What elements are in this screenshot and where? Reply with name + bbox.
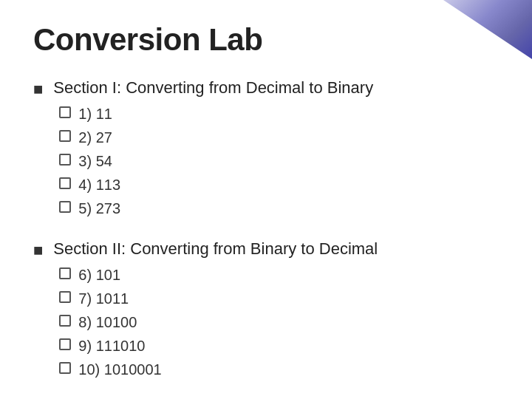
list-item: 8) 10100 (59, 312, 499, 332)
section-1-content: Section I: Converting from Decimal to Bi… (53, 78, 499, 222)
checkbox-icon (59, 362, 71, 374)
item-text: 1) 11 (78, 103, 112, 124)
section-1-block: ■ Section I: Converting from Decimal to … (33, 78, 499, 222)
checkbox-icon (59, 177, 71, 189)
item-text: 10) 1010001 (78, 359, 161, 380)
list-item: 2) 27 (59, 127, 499, 148)
item-text: 7) 1011 (78, 288, 129, 309)
item-text: 2) 27 (78, 127, 112, 148)
section-2-heading: Section II: Converting from Binary to De… (53, 239, 499, 259)
section-2-list: 6) 101 7) 1011 8) 10100 9) 111010 10) 10… (59, 265, 499, 380)
item-text: 9) 111010 (78, 335, 145, 356)
item-text: 3) 54 (78, 151, 112, 171)
section-1-heading: Section I: Converting from Decimal to Bi… (53, 78, 499, 98)
list-item: 9) 111010 (59, 335, 499, 356)
checkbox-icon (59, 130, 71, 142)
checkbox-icon (59, 267, 71, 279)
bullet-1: ■ (33, 80, 43, 99)
list-item: 1) 11 (59, 103, 499, 124)
list-item: 10) 1010001 (59, 359, 499, 380)
checkbox-icon (59, 315, 71, 327)
checkbox-icon (59, 201, 71, 213)
checkbox-icon (59, 154, 71, 166)
item-text: 8) 10100 (78, 312, 137, 332)
section-2-block: ■ Section II: Converting from Binary to … (33, 239, 499, 383)
page-title: Conversion Lab (33, 22, 499, 58)
checkbox-icon (59, 291, 71, 303)
list-item: 5) 273 (59, 198, 499, 219)
checkbox-icon (59, 338, 71, 350)
item-text: 5) 273 (78, 198, 120, 219)
checkbox-icon (59, 106, 71, 118)
section-1-list: 1) 11 2) 27 3) 54 4) 113 5) 273 (59, 103, 499, 219)
section-2-content: Section II: Converting from Binary to De… (53, 239, 499, 383)
item-text: 4) 113 (78, 174, 120, 195)
bullet-2: ■ (33, 241, 43, 260)
list-item: 6) 101 (59, 265, 499, 285)
page-content: Conversion Lab ■ Section I: Converting f… (0, 0, 532, 399)
list-item: 3) 54 (59, 151, 499, 171)
item-text: 6) 101 (78, 265, 120, 285)
list-item: 4) 113 (59, 174, 499, 195)
list-item: 7) 1011 (59, 288, 499, 309)
